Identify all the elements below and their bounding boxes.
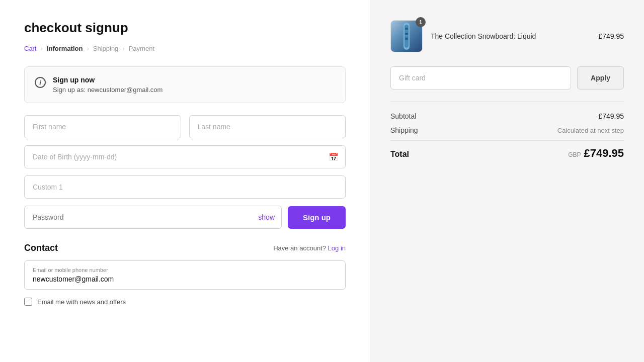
breadcrumb: Cart › Information › Shipping › Payment xyxy=(24,45,346,52)
shipping-row: Shipping Calculated at next step xyxy=(390,126,624,134)
svg-rect-2 xyxy=(405,28,408,30)
email-field-value: newcustomer@gmail.com xyxy=(33,275,337,283)
newsletter-checkbox[interactable] xyxy=(24,298,32,306)
breadcrumb-cart[interactable]: Cart xyxy=(24,45,37,52)
contact-title: Contact xyxy=(24,243,58,253)
last-name-input[interactable] xyxy=(189,115,346,138)
total-row: Total GBP £749.95 xyxy=(390,140,624,160)
shipping-label: Shipping xyxy=(390,126,418,134)
show-password-button[interactable]: show xyxy=(258,213,275,221)
dob-wrapper: 📅 xyxy=(24,145,346,168)
breadcrumb-sep-1: › xyxy=(41,45,43,52)
product-image-wrapper: 1 xyxy=(390,20,423,52)
svg-rect-3 xyxy=(405,33,408,35)
gift-card-row: Apply xyxy=(390,66,624,89)
signup-subtitle: Sign up as: newcustomer@gmail.com xyxy=(53,86,163,94)
dob-input[interactable] xyxy=(24,145,346,168)
contact-header: Contact Have an account? Log in xyxy=(24,243,346,253)
password-wrapper: show xyxy=(24,206,282,229)
total-value: £749.95 xyxy=(584,147,624,160)
right-panel: 1 The Collection Snowboard: Liquid £749.… xyxy=(370,0,644,362)
snowboard-svg xyxy=(401,22,412,51)
custom-input[interactable] xyxy=(24,175,346,199)
newsletter-label: Email me with news and offers xyxy=(37,298,126,306)
custom-field xyxy=(24,175,346,199)
breadcrumb-sep-3: › xyxy=(122,45,124,52)
price-breakdown: Subtotal £749.95 Shipping Calculated at … xyxy=(390,102,624,160)
info-icon: i xyxy=(35,77,46,88)
total-currency: GBP xyxy=(568,151,581,158)
login-link[interactable]: Log in xyxy=(328,244,346,252)
product-item: 1 The Collection Snowboard: Liquid £749.… xyxy=(390,20,624,52)
name-row xyxy=(24,115,346,138)
breadcrumb-payment: Payment xyxy=(129,45,154,52)
total-value-wrapper: GBP £749.95 xyxy=(568,147,624,160)
subtotal-row: Subtotal £749.95 xyxy=(390,112,624,120)
email-field-wrapper: Email or mobile phone number newcustomer… xyxy=(24,260,346,290)
password-row: show Sign up xyxy=(24,206,346,229)
have-account-label: Have an account? xyxy=(273,244,326,252)
total-label: Total xyxy=(390,150,409,159)
subtotal-label: Subtotal xyxy=(390,112,416,120)
first-name-field xyxy=(24,115,181,138)
signup-title: Sign up now xyxy=(53,76,163,84)
product-price: £749.95 xyxy=(598,32,624,40)
email-field-label: Email or mobile phone number xyxy=(33,267,337,273)
gift-card-input[interactable] xyxy=(390,66,571,89)
product-badge: 1 xyxy=(416,17,426,27)
signup-button[interactable]: Sign up xyxy=(288,206,346,229)
password-input[interactable] xyxy=(24,206,282,229)
apply-button[interactable]: Apply xyxy=(577,66,624,89)
first-name-input[interactable] xyxy=(24,115,181,138)
shipping-value: Calculated at next step xyxy=(557,127,624,134)
breadcrumb-sep-2: › xyxy=(87,45,89,52)
breadcrumb-information: Information xyxy=(47,45,83,52)
newsletter-row: Email me with news and offers xyxy=(24,298,346,306)
page-title: checkout signup xyxy=(24,20,346,36)
breadcrumb-shipping: Shipping xyxy=(93,45,119,52)
signup-banner: i Sign up now Sign up as: newcustomer@gm… xyxy=(24,66,346,103)
product-name: The Collection Snowboard: Liquid xyxy=(431,32,590,40)
last-name-field xyxy=(189,115,346,138)
left-panel: checkout signup Cart › Information › Shi… xyxy=(0,0,370,362)
subtotal-value: £749.95 xyxy=(598,112,624,120)
have-account-text: Have an account? Log in xyxy=(273,244,346,252)
svg-rect-4 xyxy=(405,38,408,40)
signup-text: Sign up now Sign up as: newcustomer@gmai… xyxy=(53,76,163,94)
